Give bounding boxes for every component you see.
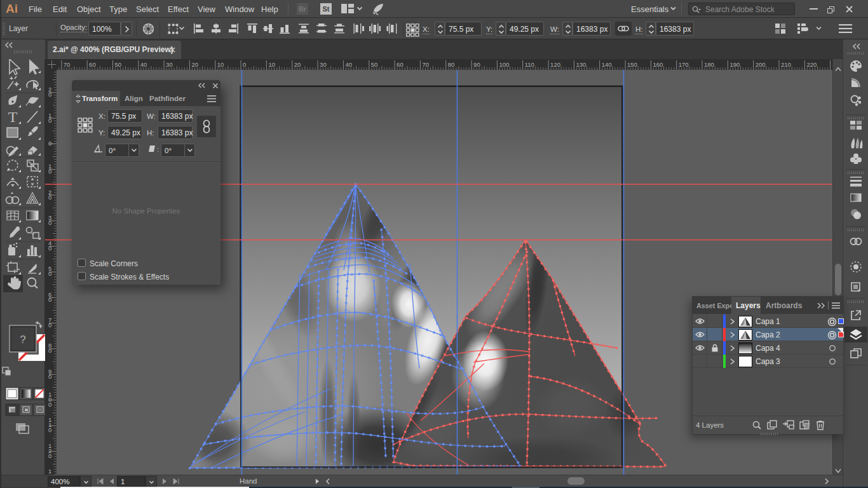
svg-text:20: 20 [191, 61, 198, 68]
svg-text:0: 0 [48, 117, 51, 124]
svg-text:0: 0 [48, 140, 51, 147]
svg-text:10: 10 [268, 61, 275, 68]
svg-text:30: 30 [166, 61, 173, 68]
svg-text:120: 120 [550, 61, 560, 68]
svg-text:130: 130 [576, 61, 586, 68]
svg-text:0: 0 [48, 452, 51, 459]
svg-text:0: 0 [48, 194, 51, 201]
svg-text:60: 60 [397, 61, 403, 68]
svg-text:20: 20 [294, 61, 301, 68]
svg-text:50: 50 [371, 61, 378, 68]
svg-text:50: 50 [115, 61, 122, 68]
svg-text:110: 110 [525, 61, 534, 68]
svg-text:80: 80 [448, 61, 455, 68]
svg-text:0: 0 [48, 296, 51, 303]
svg-text:60: 60 [89, 61, 96, 68]
svg-text:?: ? [20, 334, 25, 346]
svg-text:170: 170 [679, 61, 689, 68]
svg-text:150: 150 [627, 61, 637, 68]
svg-text:0: 0 [48, 347, 51, 354]
svg-text:0: 0 [243, 61, 246, 68]
svg-text:220: 220 [806, 61, 817, 68]
svg-text:70: 70 [422, 61, 429, 68]
svg-text:0: 0 [48, 245, 51, 252]
svg-text:90: 90 [473, 61, 480, 68]
svg-text:190: 190 [729, 61, 740, 68]
svg-text:0: 0 [48, 373, 51, 380]
svg-text:180: 180 [704, 61, 714, 68]
svg-text:40: 40 [345, 61, 352, 68]
svg-text:0: 0 [48, 270, 51, 277]
svg-text:10: 10 [217, 61, 224, 68]
svg-text:0: 0 [48, 322, 51, 329]
svg-text:200: 200 [756, 61, 766, 68]
svg-text:0: 0 [48, 219, 51, 226]
svg-text:140: 140 [602, 61, 612, 68]
svg-text:70: 70 [64, 61, 71, 68]
svg-text:100: 100 [499, 61, 509, 68]
svg-text:T: T [8, 109, 18, 125]
svg-text:0: 0 [48, 91, 51, 98]
svg-text:40: 40 [140, 61, 147, 68]
svg-text:30: 30 [320, 61, 327, 68]
svg-text:0: 0 [48, 401, 51, 408]
svg-text:0: 0 [48, 426, 51, 433]
svg-text:160: 160 [653, 61, 663, 68]
svg-text:0: 0 [48, 168, 51, 175]
svg-text:210: 210 [781, 61, 791, 68]
